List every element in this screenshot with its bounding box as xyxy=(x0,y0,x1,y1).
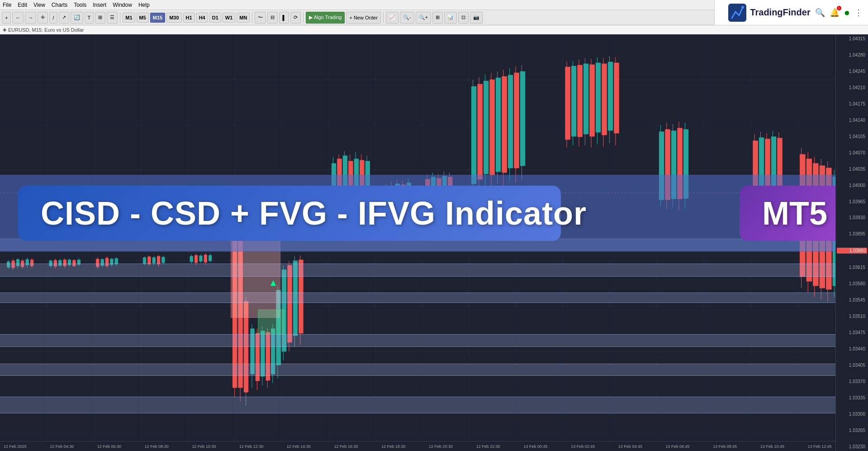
notification-icon[interactable]: 🔔 1 xyxy=(830,8,840,18)
time-label: 12 Feb 14:30 xyxy=(287,444,311,449)
time-label: 12 Feb 22:30 xyxy=(476,444,500,449)
menu-file[interactable]: File xyxy=(3,2,11,8)
menu-help[interactable]: Help xyxy=(138,2,150,8)
line-btn[interactable]: / xyxy=(49,12,57,24)
menu-edit[interactable]: Edit xyxy=(18,2,27,8)
price-label: 1.03335 xyxy=(837,395,867,400)
autoscale-btn[interactable]: ⊡ xyxy=(458,12,469,24)
main-title-text: CISD - CSD + FVG - IFVG Indicator xyxy=(41,195,587,231)
price-label: 1.03860 xyxy=(837,248,867,254)
tf-m5[interactable]: M5 xyxy=(137,13,149,23)
price-label: 1.04035 xyxy=(837,167,867,172)
price-label: 1.03440 xyxy=(837,346,867,351)
menu-insert[interactable]: Insert xyxy=(93,2,106,8)
svg-rect-159 xyxy=(514,73,519,168)
time-label: 12 Feb 04:30 xyxy=(50,444,74,449)
svg-rect-179 xyxy=(614,63,619,133)
new-order-btn[interactable]: + New Order xyxy=(346,12,381,24)
notification-badge: 1 xyxy=(837,6,841,10)
time-label: 13 Feb 10:45 xyxy=(760,444,784,449)
svg-rect-171 xyxy=(590,65,594,136)
svg-rect-157 xyxy=(508,75,512,168)
zoom-out-btn[interactable]: 🔍- xyxy=(400,12,414,24)
sep-3 xyxy=(303,12,304,23)
tf-m30[interactable]: M30 xyxy=(166,13,181,23)
svg-rect-71 xyxy=(157,256,160,264)
indicators-btn[interactable]: 📈 xyxy=(386,12,398,24)
price-label: 1.03615 xyxy=(837,265,867,270)
time-label: 13 Feb 08:45 xyxy=(713,444,737,449)
arrow-up-indicator xyxy=(270,280,276,286)
price-label: 1.03510 xyxy=(837,314,867,319)
tf-mn[interactable]: MN xyxy=(237,13,250,23)
tf-h4[interactable]: H4 xyxy=(196,13,208,23)
settings-chart-btn[interactable]: ⟳ xyxy=(290,12,301,24)
more-tools-btn[interactable]: ☰ xyxy=(107,12,118,24)
algo-btn[interactable]: ▶ Algo Trading xyxy=(306,12,345,24)
time-label: 12 Feb 06:30 xyxy=(97,444,121,449)
svg-rect-151 xyxy=(490,80,494,175)
menu-tools[interactable]: Tools xyxy=(74,2,86,8)
time-label: 12 Feb 10:30 xyxy=(192,444,216,449)
volume-btn[interactable]: 📊 xyxy=(444,12,457,24)
svg-rect-67 xyxy=(148,257,151,264)
time-label: 13 Feb 04:45 xyxy=(618,444,642,449)
fvg-band-3 xyxy=(0,293,868,303)
price-label: 1.03230 xyxy=(837,444,867,449)
text-btn[interactable]: T xyxy=(85,12,94,24)
tf-m15[interactable]: M15 xyxy=(150,13,165,23)
back-btn[interactable]: ← xyxy=(12,12,24,24)
menu-dots-icon[interactable]: ⋮ xyxy=(854,8,863,18)
svg-rect-73 xyxy=(162,257,165,263)
forward-btn[interactable]: → xyxy=(25,12,36,24)
svg-rect-167 xyxy=(578,65,582,137)
main-title-pill: CISD - CSD + FVG - IFVG Indicator xyxy=(18,186,561,241)
price-label: 1.03895 xyxy=(837,231,867,236)
crosshair-btn[interactable]: ✛ xyxy=(38,12,48,24)
svg-rect-177 xyxy=(608,62,612,130)
time-label: 13 Feb 02:45 xyxy=(571,444,595,449)
tf-w1[interactable]: W1 xyxy=(223,13,236,23)
zoom-in-btn[interactable]: 🔍+ xyxy=(416,12,431,24)
mt5-pill: MT5 xyxy=(740,186,850,241)
tf-h1[interactable]: H1 xyxy=(183,13,195,23)
fib-btn[interactable]: 🔄 xyxy=(71,12,83,24)
tf-m1[interactable]: M1 xyxy=(123,13,135,23)
sep-2 xyxy=(252,12,252,23)
price-label: 1.03545 xyxy=(837,297,867,302)
time-label: 12 Feb 18:30 xyxy=(381,444,405,449)
price-label: 1.03300 xyxy=(837,412,867,417)
line-chart-btn[interactable]: 〜 xyxy=(255,12,266,24)
bar-chart-btn[interactable]: ⊟ xyxy=(267,12,278,24)
price-label: 1.03930 xyxy=(837,215,867,220)
shapes-btn[interactable]: ⊞ xyxy=(95,12,105,24)
price-label: 1.04175 xyxy=(837,101,867,106)
menu-window[interactable]: Window xyxy=(113,2,132,8)
new-chart-btn[interactable]: + xyxy=(2,12,11,24)
menu-charts[interactable]: Charts xyxy=(52,2,67,8)
menu-view[interactable]: View xyxy=(33,2,45,8)
fvg-band-6 xyxy=(0,397,868,413)
time-label: 13 Feb 06:45 xyxy=(666,444,690,449)
price-label: 1.04210 xyxy=(837,85,867,90)
fvg-band-5 xyxy=(0,364,868,376)
svg-point-1 xyxy=(741,6,744,9)
sep-4 xyxy=(383,12,384,23)
screenshot-btn[interactable]: 📷 xyxy=(470,12,483,24)
price-label: 1.04315 xyxy=(837,36,867,41)
grid-btn[interactable]: ⊞ xyxy=(432,12,443,24)
arrow-btn[interactable]: ↗ xyxy=(59,12,69,24)
time-label: 12 Feb 16:30 xyxy=(334,444,358,449)
price-label: 1.03475 xyxy=(837,330,867,335)
svg-rect-65 xyxy=(143,258,146,264)
time-label: 12 Feb 2025 xyxy=(4,444,27,449)
svg-rect-83 xyxy=(209,255,212,261)
green-status-icon[interactable]: ● xyxy=(844,7,850,19)
price-label: 1.04140 xyxy=(837,118,867,123)
tf-d1[interactable]: D1 xyxy=(209,13,221,23)
price-label: 1.04280 xyxy=(837,53,867,58)
candle-btn[interactable]: ▌ xyxy=(279,12,289,24)
chart-description: Euro vs US Dollar xyxy=(44,27,84,33)
price-label: 1.03580 xyxy=(837,281,867,286)
search-icon[interactable]: 🔍 xyxy=(815,8,825,18)
